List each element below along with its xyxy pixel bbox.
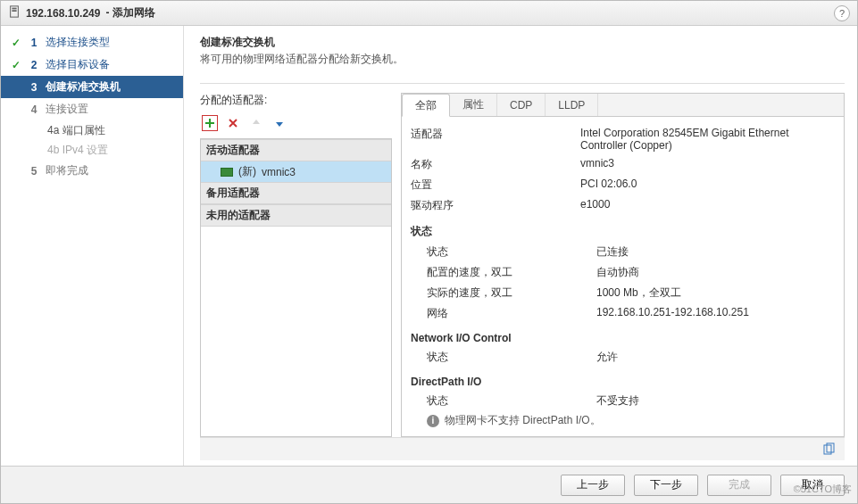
tab-lldp[interactable]: LLDP (546, 94, 598, 116)
nic-icon (221, 168, 233, 177)
help-button[interactable]: ? (834, 5, 850, 21)
remove-adapter-button[interactable] (225, 115, 241, 131)
section-status: 状态 (411, 221, 835, 242)
footer-strip (200, 437, 845, 460)
main-panel: 创建标准交换机 将可用的物理网络适配器分配给新交换机。 分配的适配器: (184, 26, 857, 466)
details-column: 全部 属性 CDP LLDP 适配器Intel Corporation 8254… (401, 93, 845, 437)
substep-4b: 4b IPv4 设置 (1, 140, 183, 160)
k-cfg-speed: 配置的速度，双工 (427, 265, 596, 280)
tabs: 全部 属性 CDP LLDP (402, 94, 844, 117)
adapters-column: 分配的适配器: (200, 93, 392, 437)
section-directpath: DirectPath I/O (411, 373, 835, 391)
v-nioc-status: 允许 (596, 350, 835, 365)
adapter-name: vmnic3 (262, 166, 296, 178)
v-networks: 192.168.10.251-192.168.10.251 (596, 306, 835, 321)
step-5[interactable]: 5 即将完成 (1, 160, 183, 182)
k-networks: 网络 (427, 306, 596, 321)
cancel-button[interactable]: 取消 (780, 475, 845, 496)
directpath-info-text: 物理网卡不支持 DirectPath I/O。 (445, 413, 601, 428)
section-nioc: Network I/O Control (411, 329, 835, 347)
button-bar: 上一步 下一步 完成 取消 (1, 466, 857, 503)
back-button[interactable]: 上一步 (561, 475, 625, 496)
k-driver: 驱动程序 (411, 198, 580, 213)
k-act-speed: 实际的速度，双工 (427, 285, 596, 301)
page-subtitle: 将可用的物理网络适配器分配给新交换机。 (200, 52, 845, 67)
adapter-list: 活动适配器 (新) vmnic3 备用适配器 未用的适配器 (200, 138, 392, 437)
info-icon: i (427, 415, 439, 427)
check-icon: ✓ (10, 37, 22, 49)
group-unused[interactable]: 未用的适配器 (201, 204, 391, 227)
k-adapter: 适配器 (411, 127, 580, 152)
divider (200, 83, 845, 84)
group-active[interactable]: 活动适配器 (201, 139, 391, 161)
step-3[interactable]: 3 创建标准交换机 (1, 76, 183, 98)
group-standby[interactable]: 备用适配器 (201, 182, 391, 204)
k-location: 位置 (411, 178, 580, 193)
title-suffix: - 添加网络 (105, 5, 154, 21)
adapter-prefix: (新) (238, 164, 256, 179)
add-adapter-button[interactable] (202, 115, 218, 131)
v-name: vmnic3 (580, 157, 835, 172)
k-name: 名称 (411, 157, 580, 172)
page-title: 创建标准交换机 (200, 35, 845, 50)
adapter-toolbar (200, 113, 392, 133)
title-host: 192.168.10.249 (26, 7, 100, 20)
copy-icon[interactable] (821, 442, 836, 457)
properties-panel[interactable]: 适配器Intel Corporation 82545EM Gigabit Eth… (402, 117, 844, 436)
svg-rect-1 (12, 8, 16, 10)
check-icon: ✓ (10, 59, 22, 71)
v-driver: e1000 (580, 198, 835, 213)
step-4[interactable]: 4 连接设置 (1, 98, 183, 120)
tab-cdp[interactable]: CDP (497, 94, 546, 116)
v-location: PCI 02:06.0 (580, 178, 835, 193)
section-sriov: SR-IOV (411, 434, 835, 436)
k-dp-status: 状态 (427, 393, 596, 409)
wizard-steps-sidebar: ✓ 1 选择连接类型 ✓ 2 选择目标设备 3 创建标准交换机 4 连接设置 4… (1, 26, 184, 466)
substep-4a[interactable]: 4a 端口属性 (1, 120, 183, 140)
svg-rect-2 (12, 10, 16, 12)
v-cfg-speed: 自动协商 (596, 265, 835, 280)
v-dp-status: 不受支持 (596, 393, 835, 409)
adapter-item-vmnic3[interactable]: (新) vmnic3 (201, 161, 391, 182)
tab-all[interactable]: 全部 (402, 94, 450, 117)
tab-properties[interactable]: 属性 (450, 94, 497, 116)
host-icon (8, 5, 21, 21)
finish-button: 完成 (707, 475, 771, 496)
directpath-info: i 物理网卡不支持 DirectPath I/O。 (411, 413, 835, 428)
assigned-adapters-label: 分配的适配器: (200, 93, 392, 108)
v-status: 已连接 (596, 244, 835, 260)
k-status: 状态 (427, 244, 596, 260)
titlebar: 192.168.10.249 - 添加网络 ? (1, 1, 857, 26)
next-button[interactable]: 下一步 (634, 475, 698, 496)
step-1[interactable]: ✓ 1 选择连接类型 (1, 31, 183, 54)
move-down-button[interactable] (271, 115, 287, 131)
move-up-button (248, 115, 264, 131)
v-adapter: Intel Corporation 82545EM Gigabit Ethern… (580, 127, 835, 152)
v-act-speed: 1000 Mb，全双工 (596, 285, 835, 301)
k-nioc-status: 状态 (427, 350, 596, 365)
step-2[interactable]: ✓ 2 选择目标设备 (1, 54, 183, 76)
add-network-dialog: 192.168.10.249 - 添加网络 ? ✓ 1 选择连接类型 ✓ 2 选… (0, 0, 858, 504)
